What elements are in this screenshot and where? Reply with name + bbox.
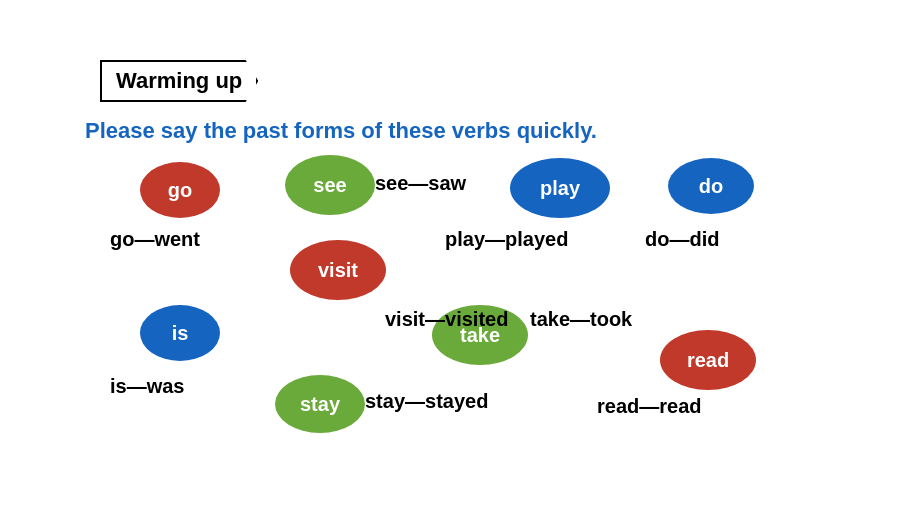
oval-see: see xyxy=(285,155,375,215)
oval-is: is xyxy=(140,305,220,361)
oval-do: do xyxy=(668,158,754,214)
label-go-went: go—went xyxy=(110,228,200,251)
label-do-did: do—did xyxy=(645,228,719,251)
oval-visit: visit xyxy=(290,240,386,300)
label-play-played: play—played xyxy=(445,228,568,251)
oval-stay: stay xyxy=(275,375,365,433)
oval-read: read xyxy=(660,330,756,390)
label-read-read: read—read xyxy=(597,395,702,418)
label-take-took: take—took xyxy=(530,308,632,331)
label-see-saw: see—saw xyxy=(375,172,466,195)
subtitle: Please say the past forms of these verbs… xyxy=(85,118,597,144)
oval-play: play xyxy=(510,158,610,218)
label-is-was: is—was xyxy=(110,375,184,398)
label-visit-visited: visit—visited xyxy=(385,308,508,331)
oval-go: go xyxy=(140,162,220,218)
warming-up-badge: Warming up xyxy=(100,60,258,102)
label-stay-stayed: stay—stayed xyxy=(365,390,488,413)
